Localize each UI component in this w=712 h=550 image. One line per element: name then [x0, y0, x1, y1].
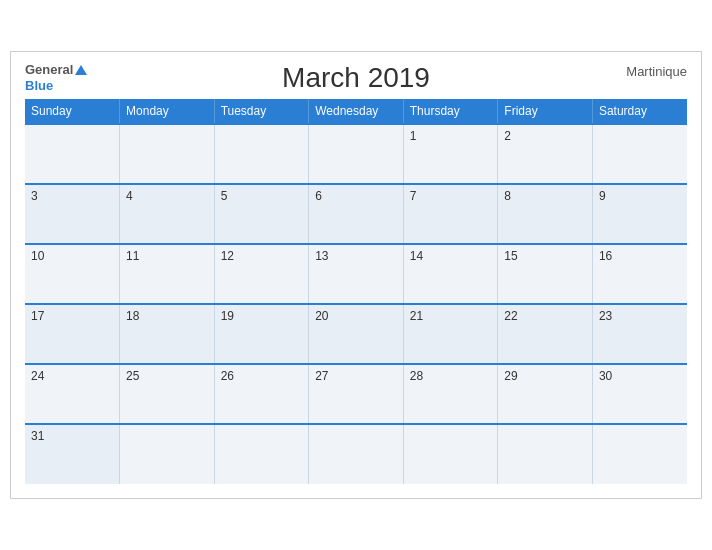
region-label: Martinique [626, 64, 687, 79]
day-number: 8 [504, 189, 511, 203]
calendar-cell: 24 [25, 364, 120, 424]
day-number: 7 [410, 189, 417, 203]
day-number: 17 [31, 309, 44, 323]
calendar-week-row: 31 [25, 424, 687, 484]
calendar-cell: 7 [403, 184, 498, 244]
calendar-cell: 4 [120, 184, 215, 244]
weekday-header-monday: Monday [120, 99, 215, 124]
calendar-cell: 25 [120, 364, 215, 424]
calendar-cell: 19 [214, 304, 309, 364]
calendar-title: March 2019 [282, 62, 430, 94]
day-number: 1 [410, 129, 417, 143]
calendar-cell [592, 424, 687, 484]
weekday-header-sunday: Sunday [25, 99, 120, 124]
weekday-header-tuesday: Tuesday [214, 99, 309, 124]
calendar-week-row: 10111213141516 [25, 244, 687, 304]
day-number: 13 [315, 249, 328, 263]
weekday-header-thursday: Thursday [403, 99, 498, 124]
day-number: 27 [315, 369, 328, 383]
day-number: 2 [504, 129, 511, 143]
calendar-cell: 2 [498, 124, 593, 184]
day-number: 14 [410, 249, 423, 263]
calendar-cell [214, 424, 309, 484]
calendar-cell: 11 [120, 244, 215, 304]
calendar-header: General Blue March 2019 Martinique [25, 62, 687, 93]
day-number: 5 [221, 189, 228, 203]
day-number: 25 [126, 369, 139, 383]
weekday-header-friday: Friday [498, 99, 593, 124]
day-number: 23 [599, 309, 612, 323]
day-number: 6 [315, 189, 322, 203]
day-number: 31 [31, 429, 44, 443]
calendar-cell: 5 [214, 184, 309, 244]
calendar-cell [498, 424, 593, 484]
calendar-cell: 6 [309, 184, 404, 244]
calendar-cell: 31 [25, 424, 120, 484]
day-number: 10 [31, 249, 44, 263]
day-number: 9 [599, 189, 606, 203]
calendar-cell: 13 [309, 244, 404, 304]
brand-general: General [25, 62, 87, 78]
calendar-cell: 20 [309, 304, 404, 364]
calendar-cell: 18 [120, 304, 215, 364]
calendar-cell [214, 124, 309, 184]
day-number: 28 [410, 369, 423, 383]
weekday-header-saturday: Saturday [592, 99, 687, 124]
calendar-week-row: 17181920212223 [25, 304, 687, 364]
calendar-cell: 29 [498, 364, 593, 424]
day-number: 15 [504, 249, 517, 263]
calendar-cell: 16 [592, 244, 687, 304]
weekday-header-row: SundayMondayTuesdayWednesdayThursdayFrid… [25, 99, 687, 124]
calendar-week-row: 12 [25, 124, 687, 184]
day-number: 19 [221, 309, 234, 323]
day-number: 30 [599, 369, 612, 383]
calendar-cell [592, 124, 687, 184]
calendar-cell: 12 [214, 244, 309, 304]
day-number: 24 [31, 369, 44, 383]
calendar-cell: 21 [403, 304, 498, 364]
calendar-cell [120, 124, 215, 184]
day-number: 22 [504, 309, 517, 323]
day-number: 11 [126, 249, 139, 263]
calendar-cell: 15 [498, 244, 593, 304]
day-number: 18 [126, 309, 139, 323]
calendar-cell: 3 [25, 184, 120, 244]
calendar-cell: 23 [592, 304, 687, 364]
calendar-cell: 27 [309, 364, 404, 424]
calendar-cell: 30 [592, 364, 687, 424]
calendar-cell: 26 [214, 364, 309, 424]
brand-logo: General Blue [25, 62, 87, 93]
calendar-cell [120, 424, 215, 484]
calendar-grid: SundayMondayTuesdayWednesdayThursdayFrid… [25, 99, 687, 484]
brand-blue: Blue [25, 78, 87, 94]
day-number: 20 [315, 309, 328, 323]
day-number: 12 [221, 249, 234, 263]
calendar-cell: 9 [592, 184, 687, 244]
calendar-week-row: 24252627282930 [25, 364, 687, 424]
day-number: 26 [221, 369, 234, 383]
calendar-cell: 17 [25, 304, 120, 364]
calendar-cell: 28 [403, 364, 498, 424]
calendar-cell: 1 [403, 124, 498, 184]
calendar-cell: 14 [403, 244, 498, 304]
calendar-week-row: 3456789 [25, 184, 687, 244]
calendar-cell [25, 124, 120, 184]
day-number: 21 [410, 309, 423, 323]
calendar-container: General Blue March 2019 Martinique Sunda… [10, 51, 702, 499]
calendar-cell: 10 [25, 244, 120, 304]
calendar-cell [309, 124, 404, 184]
day-number: 3 [31, 189, 38, 203]
weekday-header-wednesday: Wednesday [309, 99, 404, 124]
day-number: 4 [126, 189, 133, 203]
calendar-cell [403, 424, 498, 484]
calendar-cell [309, 424, 404, 484]
brand-triangle-icon [75, 65, 87, 75]
calendar-cell: 8 [498, 184, 593, 244]
day-number: 16 [599, 249, 612, 263]
day-number: 29 [504, 369, 517, 383]
calendar-cell: 22 [498, 304, 593, 364]
